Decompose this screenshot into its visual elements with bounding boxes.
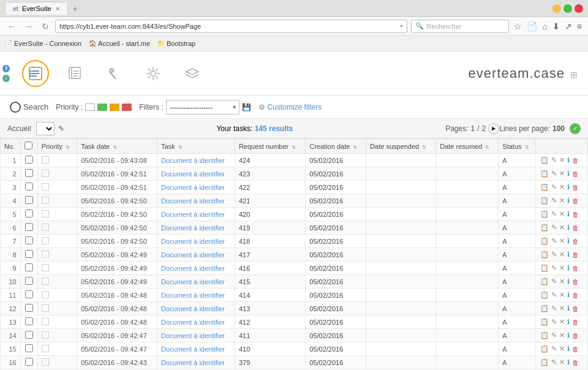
action-view-icon[interactable]: 📋	[540, 223, 549, 232]
action-close-icon[interactable]: ✕	[559, 263, 565, 273]
cell-task[interactable]: Document à identifier	[157, 302, 235, 315]
col-creation-date[interactable]: Creation date ⇅	[306, 139, 366, 154]
nav-icon-settings[interactable]	[100, 60, 127, 87]
action-delete-icon[interactable]: 🗑	[571, 156, 579, 165]
cell-task[interactable]: Document à identifier	[157, 342, 235, 356]
priority-box-medium[interactable]	[110, 104, 119, 111]
cell-checkbox[interactable]	[20, 302, 37, 315]
row-checkbox[interactable]	[25, 358, 33, 366]
action-view-icon[interactable]: 📋	[540, 210, 549, 219]
row-checkbox[interactable]	[25, 331, 33, 339]
priority-box-high[interactable]	[122, 104, 132, 111]
action-info-icon[interactable]: ℹ	[567, 317, 570, 327]
col-task-date[interactable]: Task date ⇅	[77, 139, 157, 154]
customize-filters-button[interactable]: ⚙ Customize filters	[258, 103, 322, 111]
action-delete-icon[interactable]: 🗑	[571, 304, 579, 313]
row-checkbox[interactable]	[25, 317, 33, 325]
action-info-icon[interactable]: ℹ	[567, 210, 570, 219]
action-close-icon[interactable]: ✕	[559, 210, 565, 219]
bookmark-accueil[interactable]: 🏠 Accueil - start.me	[89, 40, 150, 47]
cell-task[interactable]: Document à identifier	[157, 289, 235, 302]
action-info-icon[interactable]: ℹ	[567, 250, 570, 259]
action-delete-icon[interactable]: 🗑	[571, 197, 579, 205]
cell-checkbox[interactable]	[20, 275, 37, 289]
filter-save-icon[interactable]: 💾	[242, 103, 251, 111]
cell-checkbox[interactable]	[20, 262, 37, 275]
action-info-icon[interactable]: ℹ	[567, 304, 570, 313]
action-info-icon[interactable]: ℹ	[567, 223, 570, 232]
address-input[interactable]: https://cyb1.ever-team.com:8443/es/ShowP…	[55, 20, 407, 33]
action-edit-icon[interactable]: ✎	[551, 223, 557, 232]
share-icon[interactable]: ↗	[564, 20, 573, 32]
action-view-icon[interactable]: 📋	[540, 156, 549, 165]
action-close-icon[interactable]: ✕	[559, 277, 565, 286]
window-minimize-button[interactable]	[552, 4, 561, 13]
action-delete-icon[interactable]: 🗑	[571, 264, 579, 273]
action-info-icon[interactable]: ℹ	[567, 263, 570, 273]
next-page-button[interactable]: ►	[488, 123, 499, 134]
cell-checkbox[interactable]	[20, 194, 37, 208]
action-delete-icon[interactable]: 🗑	[571, 331, 579, 340]
bookmark-star-icon[interactable]: ☆	[513, 20, 523, 32]
col-request-number[interactable]: Request number ⇅	[235, 139, 305, 154]
row-checkbox[interactable]	[25, 196, 33, 204]
action-delete-icon[interactable]: 🗑	[571, 210, 579, 219]
action-delete-icon[interactable]: 🗑	[571, 224, 579, 232]
action-close-icon[interactable]: ✕	[559, 344, 565, 353]
action-view-icon[interactable]: 📋	[540, 317, 549, 327]
reload-button[interactable]: ↻	[39, 20, 51, 32]
back-button[interactable]: ←	[5, 20, 18, 32]
breadcrumb-action-icon[interactable]: ✎	[58, 124, 64, 133]
action-close-icon[interactable]: ✕	[559, 236, 565, 246]
action-view-icon[interactable]: 📋	[540, 169, 549, 178]
search-button[interactable]: Search	[10, 102, 48, 113]
col-date-suspended[interactable]: Date suspended ⇅	[366, 139, 436, 154]
action-close-icon[interactable]: ✕	[559, 156, 565, 165]
filter-dropdown[interactable]: -------------------	[166, 100, 239, 115]
cell-checkbox[interactable]	[20, 208, 37, 221]
action-view-icon[interactable]: 📋	[540, 344, 549, 353]
row-checkbox[interactable]	[25, 263, 33, 271]
cell-task[interactable]: Document à identifier	[157, 194, 235, 208]
action-edit-icon[interactable]: ✎	[551, 304, 557, 313]
action-info-icon[interactable]: ℹ	[567, 183, 570, 192]
action-close-icon[interactable]: ✕	[559, 331, 565, 340]
cell-checkbox[interactable]	[20, 154, 37, 167]
action-edit-icon[interactable]: ✎	[551, 236, 557, 246]
row-checkbox[interactable]	[25, 304, 33, 312]
side-nav-top-icon[interactable]: ⬆	[2, 65, 10, 72]
browser-search-box[interactable]: 🔍 Rechercher	[411, 20, 509, 33]
action-edit-icon[interactable]: ✎	[551, 331, 557, 340]
action-info-icon[interactable]: ℹ	[567, 236, 570, 246]
nav-icon-tasks[interactable]	[22, 60, 49, 87]
nav-icon-config[interactable]	[140, 60, 167, 87]
cell-task[interactable]: Document à identifier	[157, 248, 235, 262]
action-close-icon[interactable]: ✕	[559, 317, 565, 327]
action-edit-icon[interactable]: ✎	[551, 169, 557, 178]
row-checkbox[interactable]	[25, 169, 33, 177]
priority-box-none[interactable]	[85, 104, 95, 111]
action-info-icon[interactable]: ℹ	[567, 156, 570, 165]
cell-task[interactable]: Document à identifier	[157, 208, 235, 221]
action-delete-icon[interactable]: 🗑	[571, 291, 579, 300]
col-date-resumed[interactable]: Date resumed ⇅	[436, 139, 499, 154]
cell-task[interactable]: Document à identifier	[157, 154, 235, 167]
reader-icon[interactable]: 📄	[526, 20, 538, 32]
select-all-checkbox[interactable]	[24, 142, 32, 149]
side-nav-info-icon[interactable]: i	[2, 75, 10, 82]
cell-checkbox[interactable]	[20, 356, 37, 369]
action-close-icon[interactable]: ✕	[559, 183, 565, 192]
action-view-icon[interactable]: 📋	[540, 196, 549, 205]
bookmark-bootstrap[interactable]: 📁 Bootstrap	[157, 40, 195, 47]
action-view-icon[interactable]: 📋	[540, 304, 549, 313]
action-edit-icon[interactable]: ✎	[551, 250, 557, 259]
download-icon[interactable]: ⬇	[551, 20, 561, 32]
cell-checkbox[interactable]	[20, 248, 37, 262]
action-delete-icon[interactable]: 🗑	[571, 345, 579, 353]
col-status[interactable]: Status ⇅	[499, 139, 536, 154]
row-checkbox[interactable]	[25, 156, 33, 164]
row-checkbox[interactable]	[25, 210, 33, 217]
col-priority[interactable]: Priority ⇅	[37, 139, 77, 154]
action-edit-icon[interactable]: ✎	[551, 183, 557, 192]
row-checkbox[interactable]	[25, 250, 33, 258]
